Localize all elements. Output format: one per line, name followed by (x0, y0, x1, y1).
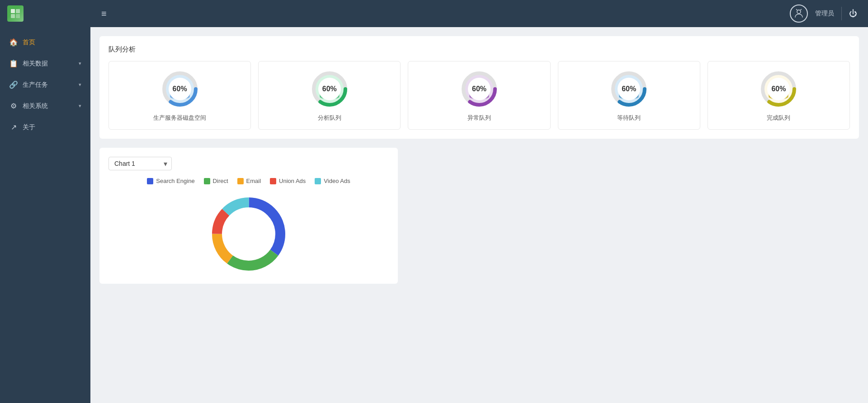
queue-item-error[interactable]: 60% 异常队列 (408, 61, 550, 130)
chart-card: Chart 1 Chart 2 Chart 3 Search Engine Di… (99, 148, 398, 284)
wait-percent: 60% (622, 85, 636, 93)
topbar-right: 管理员 ⏻ (790, 5, 857, 23)
legend-item-search: Search Engine (147, 178, 194, 184)
about-icon: ↗ (9, 123, 18, 131)
pie-chart-svg (208, 193, 289, 275)
legend-item-email: Email (237, 178, 261, 184)
legend-label-email: Email (246, 178, 261, 184)
sidebar-item-home[interactable]: 🏠 首页 (0, 32, 90, 53)
donut-analysis: 60% (309, 69, 350, 109)
queue-item-error-label: 异常队列 (467, 114, 491, 122)
task-icon: 🔗 (9, 80, 18, 89)
disk-percent: 60% (173, 85, 187, 93)
legend-dot-search (147, 178, 153, 184)
chevron-down-icon-2: ▾ (79, 82, 81, 88)
queue-item-analysis-label: 分析队列 (318, 114, 341, 122)
legend-item-video: Video Ads (315, 178, 350, 184)
queue-item-done-label: 完成队列 (767, 114, 790, 122)
legend-label-search: Search Engine (156, 178, 194, 184)
power-icon[interactable]: ⏻ (849, 9, 857, 19)
data-icon: 📋 (9, 59, 18, 68)
queue-item-analysis[interactable]: 60% 分析队列 (258, 61, 401, 130)
svg-rect-0 (11, 9, 15, 13)
legend-label-video: Video Ads (324, 178, 350, 184)
chart-legend: Search Engine Direct Email Union Ads Vid… (108, 178, 389, 184)
sidebar-item-task[interactable]: 🔗 生产任务 ▾ (0, 74, 90, 95)
donut-done: 60% (758, 69, 799, 109)
topbar-left: ≡ (101, 9, 107, 19)
donut-chart-area (108, 193, 389, 275)
sidebar-nav: 🏠 首页 📋 相关数据 ▾ 🔗 生产任务 ▾ ⚙ 相关系统 ▾ ↗ 关于 (0, 32, 90, 138)
error-percent: 60% (472, 85, 486, 93)
queue-item-disk-label: 生产服务器磁盘空间 (153, 114, 206, 122)
legend-dot-union (270, 178, 276, 184)
logo-icon (7, 5, 24, 22)
user-name: 管理员 (815, 9, 834, 18)
legend-dot-email (237, 178, 244, 184)
queue-item-done[interactable]: 60% 完成队列 (708, 61, 850, 130)
sidebar-item-task-label: 生产任务 (23, 81, 48, 89)
queue-item-disk[interactable]: 60% 生产服务器磁盘空间 (108, 61, 251, 130)
main-wrapper: ≡ 管理员 ⏻ 队列分析 (90, 0, 868, 403)
chart-select-row: Chart 1 Chart 2 Chart 3 (108, 157, 389, 170)
queue-item-wait-label: 等待队列 (617, 114, 641, 122)
svg-rect-1 (16, 9, 20, 13)
legend-item-union: Union Ads (270, 178, 306, 184)
hamburger-icon[interactable]: ≡ (101, 9, 107, 19)
svg-rect-2 (11, 14, 15, 18)
legend-dot-direct (204, 178, 210, 184)
topbar: ≡ 管理员 ⏻ (90, 0, 868, 27)
donut-error: 60% (459, 69, 500, 109)
queue-items-list: 60% 生产服务器磁盘空间 (108, 61, 850, 130)
chart-select-wrapper[interactable]: Chart 1 Chart 2 Chart 3 (108, 157, 172, 170)
chevron-down-icon-3: ▾ (79, 103, 81, 109)
sidebar-logo (0, 0, 90, 27)
svg-rect-3 (16, 14, 20, 18)
svg-point-4 (797, 10, 801, 14)
sidebar-item-system-label: 相关系统 (23, 102, 48, 110)
sidebar-item-system[interactable]: ⚙ 相关系统 ▾ (0, 95, 90, 117)
donut-disk: 60% (160, 69, 200, 109)
legend-label-union: Union Ads (279, 178, 306, 184)
sidebar-item-home-label: 首页 (23, 38, 35, 47)
home-icon: 🏠 (9, 38, 18, 47)
done-percent: 60% (771, 85, 786, 93)
legend-item-direct: Direct (204, 178, 228, 184)
sidebar-item-about[interactable]: ↗ 关于 (0, 117, 90, 138)
legend-label-direct: Direct (213, 178, 228, 184)
sidebar-item-about-label: 关于 (23, 123, 35, 131)
avatar (790, 5, 808, 23)
sidebar-item-data-label: 相关数据 (23, 60, 48, 68)
sidebar: 🏠 首页 📋 相关数据 ▾ 🔗 生产任务 ▾ ⚙ 相关系统 ▾ ↗ 关于 (0, 0, 90, 403)
analysis-percent: 60% (322, 85, 337, 93)
svg-point-41 (225, 211, 272, 258)
chevron-down-icon: ▾ (79, 61, 81, 66)
queue-analysis-card: 队列分析 60% (99, 36, 859, 139)
sidebar-item-data[interactable]: 📋 相关数据 ▾ (0, 53, 90, 74)
system-icon: ⚙ (9, 102, 18, 110)
chart-select[interactable]: Chart 1 Chart 2 Chart 3 (108, 157, 172, 170)
queue-analysis-title: 队列分析 (108, 45, 850, 54)
legend-dot-video (315, 178, 321, 184)
queue-item-wait[interactable]: 60% 等待队列 (558, 61, 700, 130)
donut-wait: 60% (609, 69, 649, 109)
content-area: 队列分析 60% (90, 27, 868, 403)
topbar-divider (841, 7, 842, 20)
